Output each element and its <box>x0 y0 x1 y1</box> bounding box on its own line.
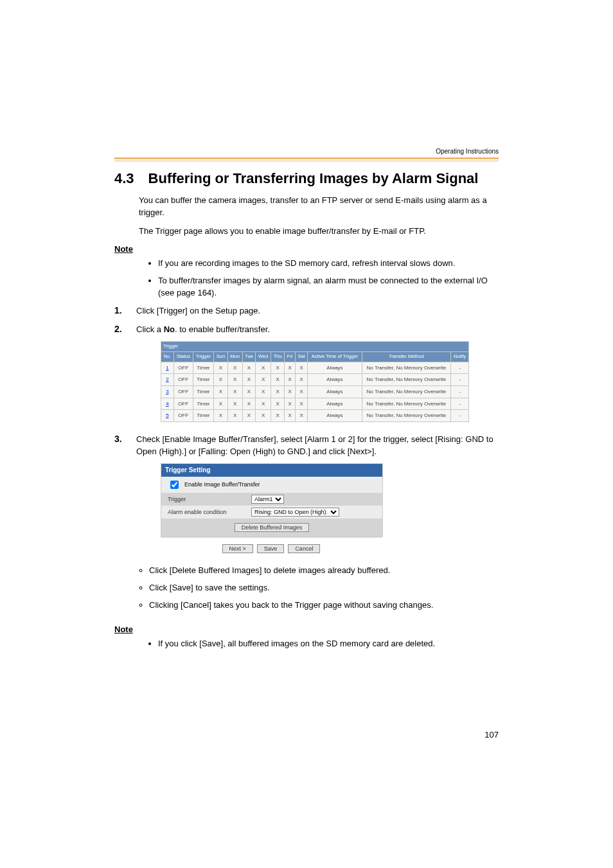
next-button[interactable]: Next > <box>222 544 253 553</box>
section-title: Buffering or Transferring Images by Alar… <box>148 170 479 187</box>
th-active: Active Time of Trigger <box>308 352 362 362</box>
cell-method: No Transfer, No Memory Overwrite <box>362 362 451 374</box>
cell-thu: X <box>271 410 285 422</box>
note1-bullet-2: To buffer/transfer images by alarm signa… <box>158 275 499 299</box>
cell-fri: X <box>285 398 296 410</box>
th-trigger: Trigger <box>193 352 213 362</box>
cell-thu: X <box>271 362 285 374</box>
th-mon: Mon <box>227 352 242 362</box>
intro-paragraph-2: The Trigger page allows you to enable im… <box>139 226 499 238</box>
cell-mon: X <box>227 362 242 374</box>
table-row: 2OFFTimerXXXXXXXAlwaysNo Transfer, No Me… <box>161 374 469 386</box>
cell-fri: X <box>285 362 296 374</box>
page-number: 107 <box>484 730 499 740</box>
enable-buffer-label: Enable Image Buffer/Transfer <box>184 481 260 489</box>
cell-wed: X <box>256 374 271 386</box>
th-tue: Tue <box>242 352 256 362</box>
row-no-link[interactable]: 4 <box>161 398 174 410</box>
delete-buffered-button[interactable]: Delete Buffered Images <box>235 523 309 532</box>
table-row: 3OFFTimerXXXXXXXAlwaysNo Transfer, No Me… <box>161 386 469 398</box>
cell-status: OFF <box>173 410 193 422</box>
step-2-number: 2. <box>114 324 126 334</box>
th-no: No. <box>161 352 174 362</box>
row-no-link[interactable]: 1 <box>161 362 174 374</box>
after-bullet-3: Clicking [Cancel] takes you back to the … <box>149 599 499 612</box>
cell-tue: X <box>242 398 256 410</box>
cell-tue: X <box>242 410 256 422</box>
row-no-link[interactable]: 5 <box>161 410 174 422</box>
cell-mon: X <box>227 386 242 398</box>
th-thu: Thu <box>271 352 285 362</box>
table-row: 5OFFTimerXXXXXXXAlwaysNo Transfer, No Me… <box>161 410 469 422</box>
note1-bullet-1: If you are recording images to the SD me… <box>158 258 499 270</box>
row-trigger-label: Trigger <box>168 495 251 504</box>
cell-notify: - <box>451 362 469 374</box>
cell-thu: X <box>271 374 285 386</box>
table-row: 1OFFTimerXXXXXXXAlwaysNo Transfer, No Me… <box>161 362 469 374</box>
intro-paragraph-1: You can buffer the camera images, transf… <box>139 195 499 219</box>
cell-status: OFF <box>173 398 193 410</box>
cell-method: No Transfer, No Memory Overwrite <box>362 398 451 410</box>
cell-method: No Transfer, No Memory Overwrite <box>362 410 451 422</box>
cell-sun: X <box>214 374 228 386</box>
running-header: Operating Instructions <box>114 148 499 155</box>
row-no-link[interactable]: 2 <box>161 374 174 386</box>
row-no-link[interactable]: 3 <box>161 386 174 398</box>
step-2-bold: No <box>164 324 175 334</box>
cell-active: Always <box>308 362 362 374</box>
cell-active: Always <box>308 398 362 410</box>
trigger-select[interactable]: Alarm1 <box>251 495 284 504</box>
cell-trigger: Timer <box>193 410 213 422</box>
cell-status: OFF <box>173 386 193 398</box>
step-2-text: Click a No. to enable buffer/transfer. T… <box>136 324 499 427</box>
cell-trigger: Timer <box>193 386 213 398</box>
step-1-number: 1. <box>114 305 126 315</box>
cell-sun: X <box>214 410 228 422</box>
enable-buffer-checkbox[interactable] <box>170 481 179 489</box>
step-3-text: Check [Enable Image Buffer/Transfer], se… <box>136 434 499 458</box>
cell-trigger: Timer <box>193 362 213 374</box>
save-button[interactable]: Save <box>257 544 285 553</box>
cell-tue: X <box>242 374 256 386</box>
cell-status: OFF <box>173 374 193 386</box>
cell-fri: X <box>285 386 296 398</box>
cell-mon: X <box>227 374 242 386</box>
header-rule <box>114 157 499 161</box>
cell-tue: X <box>242 386 256 398</box>
step-2-post: . to enable buffer/transfer. <box>175 324 270 334</box>
cell-method: No Transfer, No Memory Overwrite <box>362 386 451 398</box>
cell-wed: X <box>256 386 271 398</box>
trigger-table: Trigger No. Status Trigger Sun Mon Tue W… <box>161 341 469 422</box>
alarm-condition-select[interactable]: Rising: GND to Open (High). <box>251 508 339 517</box>
cell-tue: X <box>242 362 256 374</box>
row-cond-label: Alarm enable condition <box>168 508 251 517</box>
cell-notify: - <box>451 410 469 422</box>
cell-sun: X <box>214 398 228 410</box>
cell-sun: X <box>214 362 228 374</box>
cell-status: OFF <box>173 362 193 374</box>
step-3-number: 3. <box>114 434 126 444</box>
cell-wed: X <box>256 362 271 374</box>
th-status: Status <box>173 352 193 362</box>
cell-sat: X <box>295 410 307 422</box>
cell-sat: X <box>295 386 307 398</box>
cell-thu: X <box>271 398 285 410</box>
cell-wed: X <box>256 398 271 410</box>
trigger-table-title: Trigger <box>161 342 469 352</box>
cell-active: Always <box>308 410 362 422</box>
cell-notify: - <box>451 398 469 410</box>
cell-sun: X <box>214 386 228 398</box>
note2-bullet-1: If you click [Save], all buffered images… <box>158 638 499 650</box>
cell-trigger: Timer <box>193 374 213 386</box>
cell-sat: X <box>295 362 307 374</box>
th-method: Transfer Method <box>362 352 451 362</box>
section-number: 4.3 <box>114 170 134 187</box>
th-fri: Fri <box>285 352 296 362</box>
cell-sat: X <box>295 374 307 386</box>
th-sat: Sat <box>295 352 307 362</box>
cell-active: Always <box>308 386 362 398</box>
cancel-button[interactable]: Cancel <box>288 544 320 553</box>
step-2-pre: Click a <box>136 324 164 334</box>
cell-sat: X <box>295 398 307 410</box>
trigger-setting-panel: Trigger Setting Enable Image Buffer/Tran… <box>161 463 383 538</box>
